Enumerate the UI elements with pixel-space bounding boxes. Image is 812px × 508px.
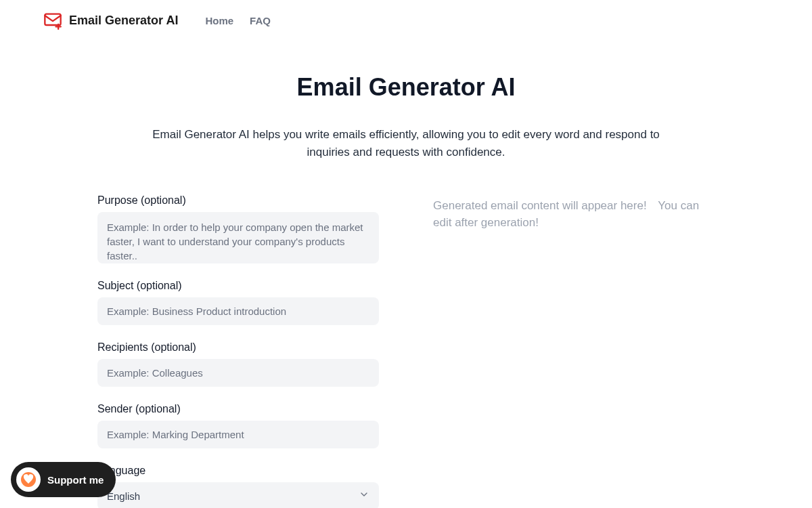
field-purpose: Purpose (optional) bbox=[97, 194, 379, 263]
output-placeholder[interactable]: Generated email content will appear here… bbox=[433, 197, 715, 232]
field-sender: Sender (optional) bbox=[97, 403, 379, 448]
language-select[interactable]: English bbox=[97, 482, 379, 508]
nav-link-faq[interactable]: FAQ bbox=[250, 15, 271, 26]
page-description: Email Generator AI helps you write email… bbox=[142, 126, 670, 162]
content: Purpose (optional) Subject (optional) Re… bbox=[43, 194, 769, 508]
subject-label: Subject (optional) bbox=[97, 280, 379, 292]
nav-link-home[interactable]: Home bbox=[205, 15, 233, 26]
subject-input[interactable] bbox=[97, 297, 379, 325]
brand[interactable]: Email Generator AI bbox=[43, 11, 178, 30]
sender-input[interactable] bbox=[97, 421, 379, 448]
email-plus-icon bbox=[43, 11, 62, 30]
main: Email Generator AI Email Generator AI he… bbox=[0, 41, 812, 508]
support-label: Support me bbox=[47, 474, 104, 486]
purpose-input[interactable] bbox=[97, 212, 379, 263]
navbar: Email Generator AI Home FAQ bbox=[0, 0, 812, 41]
recipients-label: Recipients (optional) bbox=[97, 341, 379, 354]
hero: Email Generator AI Email Generator AI he… bbox=[43, 73, 769, 162]
sender-label: Sender (optional) bbox=[97, 403, 379, 415]
nav-links: Home FAQ bbox=[205, 15, 271, 26]
field-subject: Subject (optional) bbox=[97, 280, 379, 325]
svg-rect-0 bbox=[45, 14, 60, 25]
field-recipients: Recipients (optional) bbox=[97, 341, 379, 387]
brand-text: Email Generator AI bbox=[69, 14, 178, 28]
field-language: Language English bbox=[97, 465, 379, 508]
language-label: Language bbox=[97, 465, 379, 477]
recipients-input[interactable] bbox=[97, 359, 379, 387]
support-me-button[interactable]: Support me bbox=[11, 462, 116, 497]
language-select-wrapper: English bbox=[97, 482, 379, 508]
output-column: Generated email content will appear here… bbox=[433, 194, 715, 508]
page-title: Email Generator AI bbox=[43, 73, 769, 102]
coffee-heart-icon bbox=[16, 467, 41, 492]
purpose-label: Purpose (optional) bbox=[97, 194, 379, 207]
form-column: Purpose (optional) Subject (optional) Re… bbox=[97, 194, 379, 508]
